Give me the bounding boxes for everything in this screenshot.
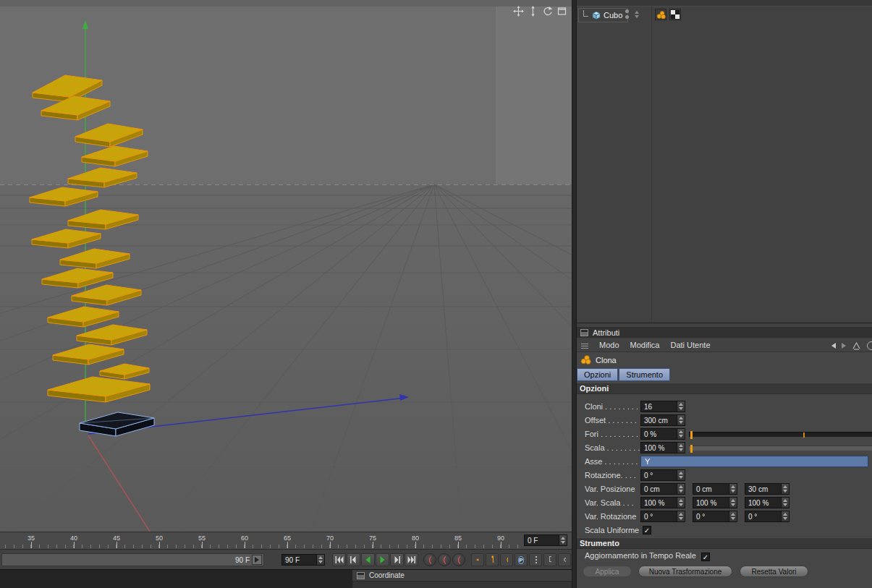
section-header-strumento[interactable]: Strumento — [577, 537, 872, 549]
history-forward-icon[interactable] — [842, 343, 846, 349]
viewport-top-strip — [0, 0, 572, 7]
current-frame-spinner[interactable] — [559, 535, 567, 545]
pan-icon[interactable] — [512, 5, 525, 17]
history-back-icon[interactable] — [831, 343, 836, 349]
rotazione-field[interactable]: 0 ° — [640, 469, 685, 481]
timeline-range-slider[interactable]: 90 F — [1, 553, 264, 566]
key-tool-icon[interactable] — [558, 553, 571, 566]
scala-spinner[interactable] — [677, 443, 685, 453]
realtime-checkbox[interactable]: ✓ — [701, 553, 710, 561]
viewport-canvas[interactable] — [0, 0, 572, 532]
timeline-ruler[interactable]: 30 35 40 45 50 55 60 65 70 75 80 85 90 0… — [0, 532, 572, 549]
attribute-manager-header[interactable]: Attributi — [577, 327, 872, 338]
var-scala-y-field[interactable]: 100 % — [693, 497, 737, 508]
record-keyframe-button[interactable] — [423, 553, 436, 566]
range-end-label: 90 F — [235, 556, 250, 564]
scala-slider-handle[interactable] — [690, 445, 693, 453]
record-controls — [423, 553, 465, 566]
var-rotazione-x-field[interactable]: 0 ° — [640, 511, 685, 522]
var-rotazione-y-field[interactable]: 0 ° — [693, 511, 737, 522]
cloni-field[interactable]: 16 — [640, 401, 685, 412]
visibility-toggles[interactable] — [625, 9, 629, 19]
rotazione-spinner[interactable] — [677, 470, 685, 480]
spinner[interactable] — [729, 511, 737, 521]
texture-tag-icon[interactable] — [669, 9, 681, 20]
var-posizione-y-field[interactable]: 0 cm — [693, 483, 737, 495]
attr-label-rotazione: Rotazione. . . . — [585, 471, 636, 480]
menu-grip-icon[interactable] — [581, 342, 588, 349]
keyframe-selection-button[interactable] — [452, 553, 465, 566]
lock-icon[interactable] — [867, 341, 872, 350]
end-frame-field[interactable]: 90 F — [282, 554, 325, 566]
spinner[interactable] — [729, 484, 737, 494]
goto-end-button[interactable] — [405, 553, 418, 566]
key-position-icon[interactable] — [471, 553, 484, 566]
vertical-splitter[interactable] — [572, 0, 577, 588]
tab-opzioni[interactable]: Opzioni — [577, 368, 618, 381]
menu-modo[interactable]: Modo — [599, 341, 619, 349]
attr-label-asse: Asse . . . . . . . . — [585, 457, 638, 466]
var-scala-x-field[interactable]: 100 % — [640, 497, 685, 508]
key-pla-icon[interactable] — [529, 553, 542, 566]
end-frame-spinner[interactable] — [316, 555, 324, 565]
offset-field[interactable]: 300 cm — [640, 414, 685, 426]
fori-slider-tick — [803, 433, 805, 438]
play-backward-button[interactable] — [361, 553, 375, 566]
current-frame-field[interactable]: 0 F — [524, 534, 567, 546]
menu-dati-utente[interactable]: Dati Utente — [671, 341, 711, 349]
active-object-row[interactable]: Clona — [577, 352, 872, 367]
applica-button[interactable]: Applica — [583, 566, 632, 577]
spinner[interactable] — [781, 498, 789, 508]
spinner[interactable] — [677, 511, 685, 521]
spinner[interactable] — [677, 498, 685, 508]
section-header-opzioni[interactable]: Opzioni — [577, 383, 872, 394]
pin-icon[interactable] — [852, 341, 861, 350]
asse-dropdown[interactable]: Y — [640, 456, 868, 467]
fori-slider[interactable] — [689, 432, 872, 437]
var-rotazione-z-field[interactable]: 0 ° — [745, 511, 790, 522]
scala-slider[interactable] — [689, 446, 872, 451]
var-posizione-z-field[interactable]: 30 cm — [745, 483, 790, 495]
rotate-view-icon[interactable] — [541, 5, 554, 17]
scala-field[interactable]: 100 % — [640, 442, 685, 453]
viewport[interactable] — [0, 0, 572, 532]
transport-bar: 90 F 90 F P — [0, 549, 572, 569]
fori-field[interactable]: 0 % — [640, 428, 685, 440]
layer-toggle-arrows[interactable] — [635, 11, 639, 18]
scala-uniforme-checkbox[interactable]: ✓ — [643, 526, 651, 534]
object-item-box[interactable]: Cubo — [578, 8, 628, 22]
fori-spinner[interactable] — [677, 429, 685, 439]
autokey-button[interactable] — [438, 553, 451, 566]
fori-slider-handle[interactable] — [690, 431, 693, 439]
goto-start-button[interactable] — [332, 553, 346, 566]
prev-frame-button[interactable] — [347, 553, 360, 566]
clone-tag-icon[interactable] — [655, 9, 666, 20]
object-label: Cubo — [604, 11, 622, 20]
dolly-icon[interactable] — [527, 5, 539, 17]
key-parameter-icon[interactable]: P — [515, 553, 528, 566]
next-frame-button[interactable] — [390, 553, 404, 566]
menu-modifica[interactable]: Modifica — [630, 341, 660, 349]
maximize-view-icon[interactable] — [556, 5, 568, 17]
spinner[interactable] — [729, 498, 737, 508]
play-forward-button[interactable] — [376, 553, 389, 566]
tab-strumento[interactable]: Strumento — [619, 368, 670, 381]
keying-toggles: P — [471, 553, 585, 566]
key-rotation-icon[interactable] — [500, 553, 513, 566]
var-scala-z-field[interactable]: 100 % — [745, 497, 790, 508]
nuova-trasformazione-button[interactable]: Nuova Trasformazione — [638, 566, 732, 577]
object-item-cubo[interactable]: Cubo — [578, 8, 628, 22]
spinner[interactable] — [677, 484, 685, 494]
range-end-handle[interactable] — [252, 555, 262, 565]
cloni-spinner[interactable] — [677, 401, 685, 412]
spinner[interactable] — [781, 484, 789, 494]
display-filter-icon[interactable] — [543, 553, 556, 566]
offset-spinner[interactable] — [677, 415, 685, 425]
render-visibility-dot[interactable] — [625, 15, 629, 19]
coordinate-panel-header[interactable]: Coordinate — [352, 570, 572, 581]
resetta-valori-button[interactable]: Resetta Valori — [740, 566, 808, 577]
spinner[interactable] — [781, 511, 789, 521]
key-scale-icon[interactable] — [486, 553, 499, 566]
editor-visibility-dot[interactable] — [625, 9, 629, 13]
var-posizione-x-field[interactable]: 0 cm — [640, 483, 685, 495]
